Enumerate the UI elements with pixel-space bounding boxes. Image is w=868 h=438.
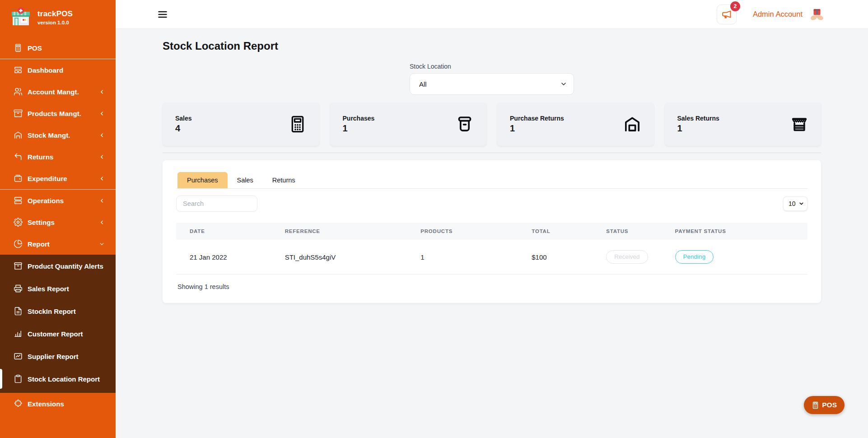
stock-location-select[interactable]: All [410, 73, 574, 95]
sidebar-item-operations[interactable]: Operations [0, 190, 116, 211]
sidebar-item-stock-location-report[interactable]: Stock Location Report [0, 368, 116, 390]
per-page-select[interactable]: 10 [783, 196, 807, 211]
stock-location-filter: Stock Location All [410, 63, 574, 95]
cell-payment-status: Pending [671, 240, 807, 275]
report-panel: Purchases Sales Returns 10 DATE REFERE [163, 160, 821, 303]
archive-icon [14, 261, 23, 270]
sidebar-item-sales-report[interactable]: Sales Report [0, 277, 116, 300]
sidebar-item-label: Dashboard [28, 66, 63, 74]
megaphone-icon [721, 9, 732, 20]
pie-chart-icon [14, 239, 23, 248]
sidebar-item-label: Operations [28, 197, 64, 205]
column-header-status: STATUS [602, 223, 670, 240]
menu-toggle-button[interactable] [157, 9, 168, 20]
chevron-left-icon [99, 111, 105, 116]
section-divider [163, 153, 821, 153]
account-menu[interactable]: Admin Account [753, 7, 825, 22]
return-arrow-icon [14, 152, 23, 161]
notification-count-badge: 2 [730, 1, 740, 11]
sidebar-item-label: Stock Mangt. [28, 131, 70, 139]
summary-card-sales-returns: Sales Returns 1 [665, 103, 821, 146]
card-value: 1 [343, 123, 375, 134]
account-name: Admin Account [753, 10, 803, 19]
wallet-icon [14, 174, 23, 183]
jar-icon [456, 115, 474, 133]
brand: trackPOS version 1.0.0 [0, 0, 116, 31]
sidebar-item-label: Returns [28, 153, 53, 161]
tab-sales[interactable]: Sales [228, 172, 263, 188]
sidebar-item-label: Product Quantity Alerts [28, 262, 103, 270]
sidebar-item-stockin-report[interactable]: StockIn Report [0, 300, 116, 322]
sidebar: trackPOS version 1.0.0 POS Dashboard Ac [0, 0, 116, 438]
column-header-products: PRODUCTS [416, 223, 527, 240]
file-text-icon [14, 307, 23, 316]
notifications-button[interactable]: 2 [717, 5, 737, 24]
sidebar-item-report[interactable]: Report [0, 233, 116, 255]
cell-date: 21 Jan 2022 [176, 240, 280, 275]
sidebar-item-dashboard[interactable]: Dashboard [0, 59, 116, 81]
column-header-reference: REFERENCE [280, 223, 416, 240]
status-badge: Received [606, 250, 648, 264]
card-label: Purchases [343, 115, 375, 122]
puzzle-icon [14, 399, 23, 408]
card-value: 1 [510, 123, 564, 134]
pos-floating-button[interactable]: POS [804, 396, 845, 414]
tab-purchases[interactable]: Purchases [177, 172, 228, 188]
archive-icon [14, 109, 23, 118]
sidebar-item-label: Settings [28, 219, 55, 226]
table-row[interactable]: 21 Jan 2022 STI_duhS5s4giV 1 $100 Receiv… [176, 240, 807, 275]
sidebar-item-label: Stock Location Report [28, 375, 100, 383]
sidebar-item-products-mangt[interactable]: Products Mangt. [0, 103, 116, 124]
main-area: 2 Admin Account Stock Location Report St… [116, 0, 868, 438]
sidebar-item-label: Expenditure [28, 175, 67, 182]
sidebar-item-account-mangt[interactable]: Account Mangt. [0, 81, 116, 103]
chevron-left-icon [99, 154, 105, 160]
list-controls: 10 [176, 196, 807, 212]
sidebar-item-label: Customer Report [28, 330, 83, 338]
sidebar-item-expenditure[interactable]: Expenditure [0, 168, 116, 189]
sidebar-item-label: POS [28, 44, 42, 52]
cell-products: 1 [416, 240, 527, 275]
dashboard-icon [14, 65, 23, 75]
summary-cards: Sales 4 Purchases 1 [163, 103, 821, 146]
sidebar-item-returns[interactable]: Returns [0, 146, 116, 168]
cash-register-icon [14, 284, 23, 293]
sidebar-item-stock-mangt[interactable]: Stock Mangt. [0, 124, 116, 146]
page-title: Stock Location Report [163, 40, 821, 52]
sidebar-item-settings[interactable]: Settings [0, 211, 116, 233]
content: Stock Location Report Stock Location All… [116, 29, 868, 438]
chevron-left-icon [99, 198, 105, 204]
brand-version: version 1.0.0 [37, 20, 73, 25]
cell-status: Received [602, 240, 670, 275]
card-value: 1 [677, 123, 719, 134]
sidebar-item-label: Report [28, 240, 50, 248]
report-submenu: Product Quantity Alerts Sales Report Sto… [0, 255, 116, 393]
sidebar-item-label: Supplier Report [28, 353, 79, 360]
pos-button-label: POS [822, 401, 837, 409]
search-input[interactable] [176, 196, 257, 212]
sidebar-item-label: Account Mangt. [28, 88, 79, 96]
store-logo-icon [10, 6, 32, 28]
card-label: Purchase Returns [510, 115, 564, 122]
tab-returns[interactable]: Returns [263, 172, 305, 188]
avatar [809, 7, 825, 22]
sidebar-item-supplier-report[interactable]: Supplier Report [0, 345, 116, 368]
bar-chart-icon [14, 329, 23, 338]
filter-label: Stock Location [410, 63, 574, 70]
gear-icon [14, 218, 23, 227]
topbar: 2 Admin Account [116, 0, 868, 29]
sidebar-item-label: Sales Report [28, 285, 69, 293]
purchases-table: DATE REFERENCE PRODUCTS TOTAL STATUS PAY… [176, 223, 807, 275]
tabs: Purchases Sales Returns [176, 172, 807, 189]
sidebar-item-label: StockIn Report [28, 308, 76, 315]
sidebar-item-pos[interactable]: POS [0, 37, 116, 59]
sidebar-item-product-quantity-alerts[interactable]: Product Quantity Alerts [0, 255, 116, 277]
sidebar-item-extensions[interactable]: Extensions [0, 393, 116, 415]
column-header-payment-status: PAYMENT STATUS [671, 223, 807, 240]
column-header-total: TOTAL [527, 223, 602, 240]
sidebar-item-customer-report[interactable]: Customer Report [0, 322, 116, 345]
sidebar-item-label: Extensions [28, 400, 64, 408]
users-icon [14, 87, 23, 96]
chevron-down-icon [99, 241, 105, 247]
clipboard-icon [14, 374, 23, 383]
